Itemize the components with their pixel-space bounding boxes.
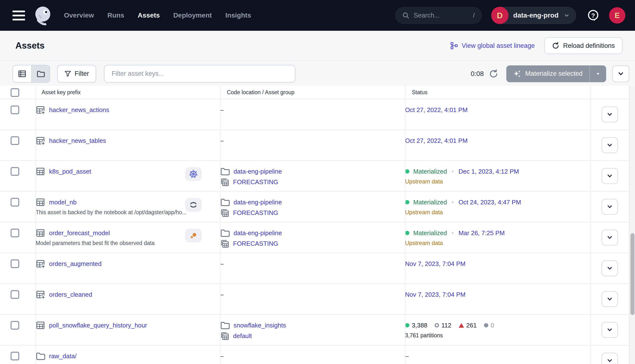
ring-gray-icon [435, 323, 439, 328]
code-location-cell: – [220, 99, 405, 130]
table-row: order_forecast_modelModel parameters tha… [0, 222, 629, 253]
row-actions-cell [590, 284, 629, 314]
row-actions-cell [590, 253, 629, 284]
materialization-date-link[interactable]: Nov 7, 2023, 7:04 PM [405, 260, 465, 268]
materialization-date-link[interactable]: Oct 27, 2022, 4:01 PM [405, 137, 468, 144]
code-location-cell: data-eng-pipelineFORECASTING [220, 161, 405, 191]
reload-definitions-button[interactable]: Reload definitions [544, 37, 622, 54]
table-row: model_nbThis asset is backed by the note… [0, 192, 629, 222]
asset-group-link[interactable]: FORECASTING [233, 178, 278, 186]
scrollbar-thumb[interactable] [630, 233, 634, 315]
deployment-switcher[interactable]: D data-eng-prod [491, 7, 576, 24]
asset-link[interactable]: hacker_news_actions [49, 106, 109, 114]
asset-prefix-icon [36, 136, 45, 146]
empty-value: – [220, 260, 223, 268]
row-checkbox[interactable] [11, 352, 19, 360]
status-note: Upstream data [405, 240, 443, 246]
code-location-link[interactable]: data-eng-pipeline [234, 229, 282, 237]
empty-value: – [405, 352, 408, 360]
code-location-link[interactable]: data-eng-pipeline [234, 198, 282, 206]
row-checkbox[interactable] [11, 290, 19, 299]
code-location-cell: – [220, 284, 405, 314]
status-cell: Oct 27, 2022, 4:01 PM [405, 99, 590, 130]
materialization-date-link[interactable]: Mar 26, 7:25 PM [458, 229, 505, 237]
asset-link[interactable]: orders_cleaned [49, 291, 92, 298]
partitions-total: 3,761 partitions [405, 332, 443, 339]
filter-asset-keys-input[interactable] [104, 65, 295, 83]
asset-key-cell: orders_cleaned [36, 284, 220, 314]
table-overflow-button[interactable] [612, 66, 629, 82]
code-location-cell: – [220, 253, 405, 284]
row-expand-button[interactable] [601, 291, 618, 307]
materialization-date-link[interactable]: Dec 1, 2023, 4:12 PM [458, 168, 519, 175]
code-location-link[interactable]: snowflake_insights [234, 322, 286, 329]
asset-link[interactable]: poll_snowflake_query_history_hour [49, 322, 147, 329]
select-all-checkbox[interactable] [11, 88, 19, 97]
table-row: orders_cleaned–Nov 7, 2023, 7:04 PM [0, 284, 629, 315]
view-global-asset-lineage-link[interactable]: View global asset lineage [450, 42, 535, 50]
row-checkbox[interactable] [11, 167, 19, 176]
asset-group-link[interactable]: default [233, 332, 252, 340]
asset-link[interactable]: orders_augmented [49, 260, 102, 268]
materialize-dropdown-toggle[interactable] [589, 66, 606, 82]
code-location-link[interactable]: data-eng-pipeline [234, 168, 282, 175]
lineage-link-label: View global asset lineage [462, 42, 535, 50]
folder-view-toggle[interactable] [31, 66, 50, 82]
materialize-selected-button[interactable]: Materialize selected [506, 66, 606, 82]
nav-item-overview[interactable]: Overview [64, 12, 94, 19]
row-expand-button[interactable] [601, 168, 618, 184]
column-header-code-location: Code location / Asset group [227, 86, 294, 99]
row-checkbox[interactable] [11, 260, 19, 268]
chevron-down-icon [606, 357, 613, 364]
global-search-input[interactable]: Search... / [395, 7, 482, 24]
refresh-icon[interactable] [489, 69, 498, 78]
asset-group-link[interactable]: FORECASTING [233, 240, 278, 248]
reload-icon [552, 42, 559, 49]
row-checkbox[interactable] [11, 198, 19, 206]
status-label: Materialized [413, 198, 447, 206]
help-icon[interactable]: ? [587, 9, 599, 22]
user-avatar[interactable]: E [609, 7, 625, 24]
status-cell: MaterializedOct 24, 2023, 4:47 PMUpstrea… [405, 192, 590, 222]
asset-link[interactable]: k8s_pod_asset [49, 168, 91, 175]
asset-link[interactable]: raw_data/ [49, 352, 77, 360]
asset-link[interactable]: hacker_news_tables [49, 137, 106, 144]
row-expand-button[interactable] [601, 322, 618, 338]
row-checkbox[interactable] [11, 106, 19, 114]
row-expand-button[interactable] [601, 353, 618, 364]
hamburger-menu-icon[interactable] [13, 10, 25, 20]
asset-group-link[interactable]: FORECASTING [233, 209, 278, 216]
row-expand-button[interactable] [601, 230, 618, 246]
reload-button-label: Reload definitions [563, 42, 615, 50]
row-expand-button[interactable] [601, 137, 618, 153]
partition-count: 261 [459, 322, 477, 329]
row-checkbox[interactable] [11, 321, 19, 330]
materialization-date-link[interactable]: Oct 27, 2022, 4:01 PM [405, 106, 468, 114]
asset-link[interactable]: order_forecast_model [49, 229, 110, 237]
row-checkbox[interactable] [11, 136, 19, 145]
column-header-asset-key-prefix: Asset key prefix [42, 86, 81, 99]
asset-group-icon [220, 178, 229, 186]
list-view-toggle[interactable] [13, 66, 31, 82]
chevron-down-icon [606, 203, 613, 210]
page-title: Assets [16, 41, 45, 51]
nav-item-runs[interactable]: Runs [108, 12, 124, 19]
row-expand-button[interactable] [601, 106, 618, 122]
row-checkbox[interactable] [11, 229, 19, 237]
chevron-down-icon [606, 234, 613, 242]
filter-button[interactable]: Filter [57, 65, 96, 83]
deployment-name: data-eng-prod [513, 12, 558, 19]
code-location-cell: snowflake_insightsdefault [220, 315, 405, 345]
materialization-date-link[interactable]: Oct 24, 2023, 4:47 PM [458, 198, 521, 206]
materialization-date-link[interactable]: Nov 7, 2023, 7:04 PM [405, 291, 465, 298]
row-actions-cell [590, 192, 629, 222]
nav-item-deployment[interactable]: Deployment [173, 12, 212, 19]
nav-item-assets[interactable]: Assets [138, 12, 160, 19]
asset-group-icon [220, 239, 229, 248]
asset-link[interactable]: model_nb [49, 198, 77, 206]
empty-value: – [220, 352, 223, 360]
status-cell: 3,38811226103,761 partitions [405, 315, 590, 345]
row-expand-button[interactable] [601, 199, 618, 215]
row-expand-button[interactable] [601, 260, 618, 276]
nav-item-insights[interactable]: Insights [225, 12, 251, 19]
